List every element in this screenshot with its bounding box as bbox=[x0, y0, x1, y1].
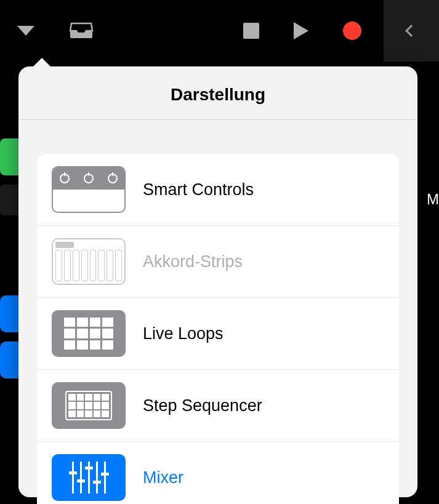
menu-item-label: Smart Controls bbox=[143, 180, 254, 199]
view-popover: Darstellung Smart Controls Akko bbox=[18, 66, 417, 497]
play-button[interactable] bbox=[289, 17, 313, 44]
live-loops-icon bbox=[52, 310, 126, 357]
view-dropdown-button[interactable] bbox=[12, 21, 39, 41]
side-label: M bbox=[427, 191, 439, 208]
stop-button[interactable] bbox=[238, 18, 264, 44]
mixer-icon bbox=[52, 454, 126, 501]
menu-item-label: Akkord-Strips bbox=[143, 252, 243, 271]
popover-title: Darstellung bbox=[18, 66, 417, 120]
popover-arrow-icon bbox=[32, 58, 52, 68]
stop-icon bbox=[243, 23, 259, 39]
triangle-down-icon bbox=[17, 26, 34, 36]
record-button[interactable] bbox=[338, 17, 366, 45]
menu-item-step-sequencer[interactable]: Step Sequencer bbox=[37, 370, 399, 442]
view-menu-list: Smart Controls Akkord-Strips bbox=[37, 154, 399, 504]
toolbar bbox=[0, 0, 439, 62]
menu-item-label: Step Sequencer bbox=[143, 396, 262, 415]
back-button[interactable] bbox=[384, 0, 439, 62]
akkord-strips-icon bbox=[52, 238, 126, 285]
inbox-icon bbox=[69, 22, 94, 40]
step-sequencer-icon bbox=[52, 382, 126, 429]
inbox-button[interactable] bbox=[64, 17, 99, 45]
record-icon bbox=[343, 22, 361, 40]
menu-item-akkord-strips[interactable]: Akkord-Strips bbox=[37, 226, 399, 298]
menu-item-smart-controls[interactable]: Smart Controls bbox=[37, 154, 399, 226]
menu-item-live-loops[interactable]: Live Loops bbox=[37, 298, 399, 370]
menu-item-label: Mixer bbox=[143, 468, 183, 487]
menu-item-label: Live Loops bbox=[143, 324, 224, 343]
chevron-left-icon bbox=[405, 25, 417, 37]
play-icon bbox=[294, 22, 308, 39]
smart-controls-icon bbox=[52, 166, 126, 213]
menu-item-mixer[interactable]: Mixer bbox=[37, 442, 399, 504]
